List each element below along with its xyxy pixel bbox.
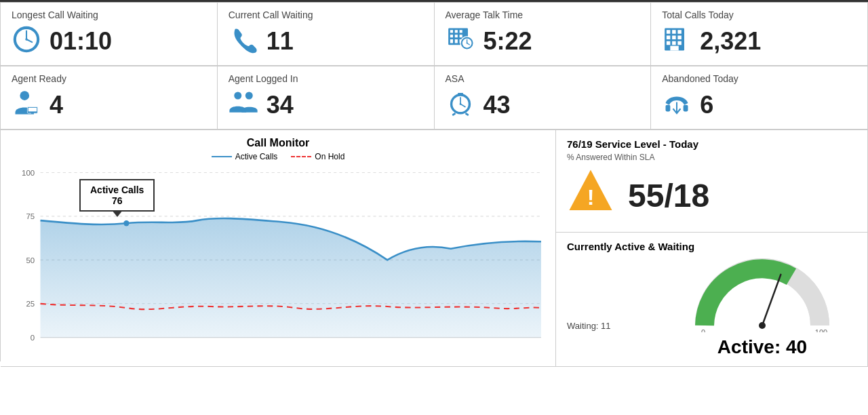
card-body-total: 2,321 <box>662 24 761 58</box>
svg-rect-24 <box>667 36 671 40</box>
card-current-call-waiting: Current Call Waiting 11 <box>218 2 435 66</box>
card-body-current: 11 <box>229 24 294 58</box>
svg-rect-42 <box>457 93 462 95</box>
metrics-row-1: Longest Call Waiting 01:10 Current Call … <box>0 2 868 66</box>
svg-rect-46 <box>684 105 688 112</box>
svg-rect-34 <box>31 113 34 114</box>
tooltip-label: Active Calls <box>90 184 144 195</box>
svg-text:25: 25 <box>26 300 35 308</box>
svg-point-58 <box>123 220 129 226</box>
svg-text:!: ! <box>587 185 595 210</box>
svg-text:75: 75 <box>26 212 35 220</box>
svg-text:100: 100 <box>22 169 35 177</box>
legend-dashed-line <box>291 156 311 157</box>
building-icon <box>662 24 692 58</box>
tooltip-value: 76 <box>90 195 144 206</box>
svg-text:50: 50 <box>26 256 35 264</box>
chart-legend: Active Calls On Hold <box>12 152 545 161</box>
svg-rect-44 <box>465 113 469 116</box>
svg-point-62 <box>759 322 766 329</box>
svg-text:100: 100 <box>815 328 827 332</box>
card-body-abandoned: 6 <box>662 88 713 122</box>
svg-rect-25 <box>672 36 676 40</box>
warning-icon: ! <box>567 167 614 224</box>
value-total-calls: 2,321 <box>700 27 761 56</box>
svg-text:0: 0 <box>701 328 705 332</box>
legend-active-calls: Active Calls <box>212 152 278 161</box>
svg-rect-8 <box>459 30 462 33</box>
card-title-agent-ready: Agent Ready <box>12 73 66 84</box>
service-level-value: 55/18 <box>628 177 709 214</box>
agent-icon <box>12 88 41 122</box>
svg-point-4 <box>25 38 27 40</box>
svg-rect-6 <box>450 30 452 33</box>
card-agent-logged-in: Agent Logged In 34 <box>218 66 435 130</box>
chart-title: Call Monitor <box>12 137 545 149</box>
value-avg-talk: 5:22 <box>484 27 532 56</box>
value-abandoned: 6 <box>700 91 713 119</box>
legend-on-hold: On Hold <box>291 152 344 161</box>
gauge-area: Waiting: 11 <box>567 258 856 358</box>
svg-rect-12 <box>450 39 452 43</box>
gauge-svg: 0 100 <box>691 258 833 332</box>
card-agent-ready: Agent Ready 4 <box>1 66 218 130</box>
card-longest-call-waiting: Longest Call Waiting 01:10 <box>1 2 218 66</box>
svg-rect-13 <box>454 39 457 43</box>
legend-hold-label: On Hold <box>315 152 344 161</box>
svg-line-61 <box>762 275 781 325</box>
alarm-icon <box>446 88 475 122</box>
card-body-agent-logged: 34 <box>229 88 294 122</box>
svg-rect-7 <box>454 30 457 33</box>
value-longest-call: 01:10 <box>50 27 112 56</box>
card-body-asa: 43 <box>446 88 511 122</box>
phone-icon <box>229 24 258 58</box>
legend-active-label: Active Calls <box>235 152 278 161</box>
svg-rect-43 <box>452 113 456 116</box>
card-body-agent-ready: 4 <box>12 88 63 122</box>
wall-clock-icon <box>446 24 475 58</box>
card-title-total: Total Calls Today <box>662 9 734 20</box>
svg-text:0: 0 <box>31 334 35 342</box>
waiting-label: Waiting: <box>567 321 598 331</box>
chart-tooltip: Active Calls 76 <box>79 179 155 212</box>
service-level-panel: 76/19 Service Level - Today % Answered W… <box>556 130 867 233</box>
svg-rect-22 <box>672 30 676 34</box>
bottom-section: Call Monitor Active Calls On Hold Active… <box>0 130 868 361</box>
card-title-agent-logged: Agent Logged In <box>229 73 298 84</box>
svg-rect-9 <box>450 35 452 37</box>
svg-point-35 <box>234 92 241 100</box>
svg-rect-23 <box>678 30 682 34</box>
waiting-value: 11 <box>601 321 610 331</box>
card-average-talk-time: Average Talk Time <box>435 2 652 66</box>
right-panels: 76/19 Service Level - Today % Answered W… <box>556 130 868 367</box>
value-agent-logged: 34 <box>267 91 294 119</box>
svg-rect-28 <box>672 41 676 45</box>
card-asa: ASA 43 <box>435 66 652 130</box>
legend-solid-line <box>212 156 232 157</box>
svg-point-36 <box>245 92 253 100</box>
service-level-sub: % Answered Within SLA <box>567 153 856 162</box>
svg-rect-11 <box>459 35 462 37</box>
service-level-body: ! 55/18 <box>567 167 856 224</box>
active-waiting-panel: Currently Active & Waiting Waiting: 11 <box>556 233 867 366</box>
card-body-longest: 01:10 <box>12 24 112 58</box>
svg-rect-26 <box>678 36 682 40</box>
active-number: 40 <box>786 336 807 357</box>
card-title-current: Current Call Waiting <box>229 9 313 20</box>
active-label: Active: <box>717 336 781 357</box>
card-abandoned: Abandoned Today 6 <box>651 66 868 130</box>
clock-icon <box>12 24 41 58</box>
card-title-avg: Average Talk Time <box>446 9 524 20</box>
value-current-call: 11 <box>267 27 294 56</box>
waiting-info: Waiting: 11 <box>567 321 661 331</box>
card-title-abandoned: Abandoned Today <box>662 73 738 84</box>
svg-point-31 <box>20 91 29 100</box>
metrics-row-2: Agent Ready 4 Agent Logged In <box>0 66 868 130</box>
svg-rect-27 <box>667 41 671 45</box>
phone-down-icon <box>662 88 692 122</box>
active-waiting-header: Currently Active & Waiting <box>567 241 856 252</box>
value-asa: 43 <box>484 91 511 119</box>
svg-rect-45 <box>666 105 671 112</box>
card-title-asa: ASA <box>446 73 465 84</box>
card-body-avg: 5:22 <box>446 24 532 58</box>
